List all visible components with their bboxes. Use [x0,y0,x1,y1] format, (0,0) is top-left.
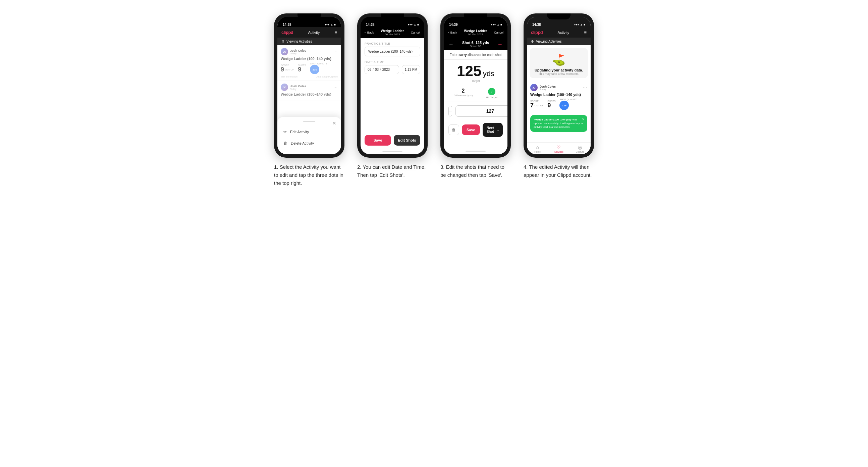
card-stats-1a: Score 9 OUT OF Shots 9 Shot Quality [281,62,338,74]
home-nav-icon: ⌂ [536,145,539,150]
card-stats-4: Score 7 OUT OF Shots 9 Shot Quality [530,98,587,110]
phone-4-container: 14:38 ●●● ▲ ■ clippd Activity ≡ ⚙ Vi [522,13,596,179]
home-bar-2 [382,151,402,152]
userdate-1a: Today [290,52,306,55]
quality-badge-4: 118 [559,101,569,110]
signal-icon-3: ●●● [491,23,496,26]
quality-badge-1a: 130 [310,65,319,74]
date-field-2[interactable]: 06 / 03 / 2023 [365,65,399,74]
phone-1: 14:38 ●●● ▲ ■ clippd Activity ≡ ⚙ Vi [274,13,344,158]
edit-activity-item[interactable]: ✏ Edit Activity [277,126,341,137]
username-1b: Josh Coles [290,85,306,88]
battery-icon-2: ■ [417,23,419,26]
card-header-1b: JC Josh Coles Today ··· [281,84,338,91]
hamburger-icon-4[interactable]: ≡ [584,30,587,35]
shot-instruction-3: Enter carry distance for each shot [444,50,507,60]
back-sub-title-2: 06 Mar 2023 [381,33,404,36]
header-title-1: Activity [308,31,320,35]
three-dots-1b[interactable]: ··· [333,85,338,90]
distance-target-label-3: Target [471,79,479,83]
username-1a: Josh Coles [290,49,306,52]
time-field-2[interactable]: 1:13 PM [402,65,420,74]
wifi-icon-2: ▲ [413,23,416,26]
difference-stat-3: 2 Difference (yds) [454,88,472,99]
sheet-close-icon[interactable]: ✕ [332,120,336,126]
score-val-1a: 9 [281,66,284,72]
next-shot-button-3[interactable]: Next Shot → [483,123,503,137]
phone-3-container: 14:39 ●●● ▲ ■ < Back Wedge Ladder 06 Mar… [439,13,513,179]
three-dots-4[interactable]: ··· [583,85,587,90]
app-header-4: clippd Activity ≡ [527,27,591,38]
avatar-1b: JC [281,84,288,91]
phone-2-container: 14:38 ●●● ▲ ■ < Back Wedge Ladder 06 Mar… [355,13,429,179]
hit-target-label-3: Hit Target [486,96,497,99]
sheet-handle [303,121,315,122]
distance-unit-3: yds [483,69,494,78]
shot-distance-3: 125 yds Target [444,60,507,85]
year-2: 2023 [382,68,390,71]
card-title-1a: Wedge Ladder (100–140 yds) [281,57,338,61]
toast-close-icon[interactable]: ✕ [582,117,585,122]
user-info-4: Josh Coles Today [540,85,556,91]
cancel-btn-3[interactable]: Cancel [494,31,503,34]
shot-title-3: Shot 6, 125 yds [462,40,489,44]
viewing-bar-1: ⚙ Viewing Activities [277,38,341,45]
back-main-title-2: Wedge Ladder [381,29,404,33]
stat-quality-4: Shot Quality 118 [559,98,577,110]
time-4: 14:38 [532,23,541,27]
card-title-1b: Wedge Ladder (100–140 yds) [281,92,338,96]
activities-nav-label: Activities [554,151,563,153]
difference-label-3: Difference (yds) [454,94,472,97]
signal-icon-2: ●●● [408,23,413,26]
wifi-icon-4: ▲ [580,23,583,26]
golf-icon-4: ⛳ [552,53,565,66]
card-title-4: Wedge Ladder (100–140 yds) [530,93,587,97]
shot-value-input-3[interactable] [456,105,507,117]
home-indicator-2 [361,149,424,154]
battery-icon-3: ■ [500,23,502,26]
decrement-button-3[interactable]: − [448,106,452,117]
nav-home-4[interactable]: ⌂ Home [527,145,548,153]
wifi-icon-3: ▲ [497,23,499,26]
practice-input-2[interactable]: Wedge Ladder (100–140 yds) [365,46,420,56]
filter-icon-4: ⚙ [531,39,534,43]
distance-val-3: 125 [457,63,481,79]
caption-4: 4. The edited Activity will then appear … [524,163,594,179]
shot-input-row-3: − + [444,102,507,120]
score-row-4: 7 OUT OF [530,102,543,108]
status-icons-1: ●●● ▲ ■ [325,23,336,26]
spacer-4 [527,134,591,142]
caption-1: 1. Select the Activity you want to edit … [274,163,344,187]
three-dots-1a[interactable]: ··· [333,49,338,54]
next-shot-nav-icon[interactable]: → [497,41,503,47]
phone-4: 14:38 ●●● ▲ ■ clippd Activity ≡ ⚙ Vi [524,13,594,158]
delete-shot-button-3[interactable]: 🗑 [448,124,459,135]
nav-activities-4[interactable]: ♡ Activities [548,145,569,153]
stat-shots-1a: Shots 9 [298,64,306,72]
delete-activity-item[interactable]: 🗑 Delete Activity [277,137,341,149]
viewing-label-1: Viewing Activities [286,39,312,43]
date-time-row-2: 06 / 03 / 2023 1:13 PM [365,65,420,74]
form-buttons-2: Save Edit Shots [361,131,424,149]
back-btn-2[interactable]: < Back [365,31,374,34]
save-button-2[interactable]: Save [365,135,391,146]
user-info-1a: Josh Coles Today [290,49,306,55]
hamburger-icon-1[interactable]: ≡ [334,30,337,35]
notch-1 [298,13,321,20]
stat-score-1a: Score 9 OUT OF [281,64,294,72]
prev-shot-icon[interactable]: ← [448,41,454,47]
cancel-btn-2[interactable]: Cancel [411,31,420,34]
logo-1: clippd [281,30,293,35]
save-shot-button-3[interactable]: Save [462,124,480,135]
outof-4: OUT OF [535,104,543,107]
card-user-4: JC Josh Coles Today [530,84,556,91]
nav-capture-4[interactable]: ◎ Capture [569,145,591,153]
activities-nav-icon: ♡ [556,145,561,150]
stat-score-4: Score 7 OUT OF [530,100,543,108]
card-header-1a: JC Josh Coles Today ··· [281,48,338,55]
userdate-4: Today [540,88,556,91]
phone-4-inner: 14:38 ●●● ▲ ■ clippd Activity ≡ ⚙ Vi [527,17,591,154]
card-footer-1a: Test Information Data: Clippd Capture [281,75,338,78]
back-btn-3[interactable]: < Back [448,31,457,34]
edit-shots-button-2[interactable]: Edit Shots [394,135,420,146]
